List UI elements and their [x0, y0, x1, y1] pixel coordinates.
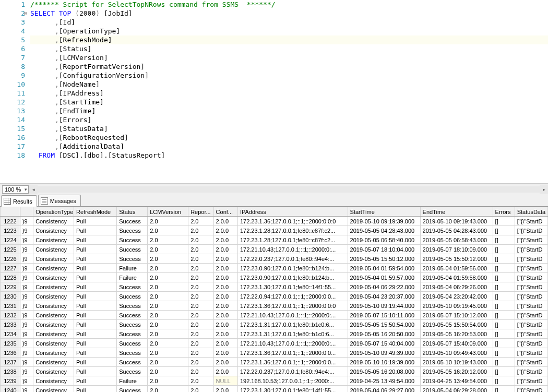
- sql-editor-pane: 123456789101112131415161718 /****** Scri…: [0, 0, 548, 184]
- horizontal-scrollbar[interactable]: ◂ ▸: [29, 185, 548, 194]
- scroll-right-button[interactable]: ▸: [540, 185, 548, 194]
- tab-messages-label: Messages: [50, 198, 76, 204]
- code-area[interactable]: 123456789101112131415161718 /****** Scri…: [0, 0, 548, 183]
- tab-messages[interactable]: Messages: [38, 195, 81, 206]
- zoom-dropdown[interactable]: 100 %: [2, 185, 29, 194]
- editor-footer-bar: 100 % ◂ ▸: [0, 184, 548, 194]
- code-lines[interactable]: /****** Script for SelectTopNRows comman…: [30, 0, 548, 183]
- results-tabs-bar: Results Messages: [0, 194, 548, 207]
- line-number-gutter: 123456789101112131415161718: [0, 0, 30, 183]
- scroll-left-button[interactable]: ◂: [29, 185, 38, 194]
- tab-results-label: Results: [13, 198, 32, 205]
- grid-icon: [4, 198, 11, 205]
- tab-results[interactable]: Results: [1, 195, 37, 207]
- messages-icon: [41, 197, 48, 205]
